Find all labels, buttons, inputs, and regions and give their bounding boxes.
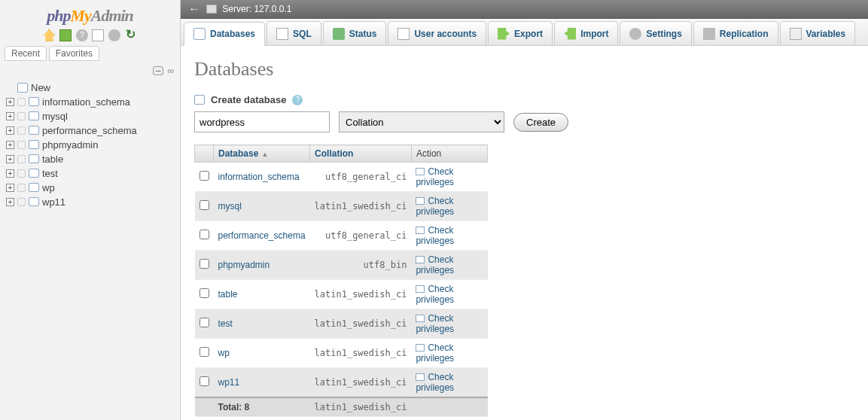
tab-favorites[interactable]: Favorites <box>49 46 99 61</box>
tree-node-db[interactable]: +phpmyadmin <box>5 138 175 152</box>
row-collation: latin1_swedish_ci <box>310 339 412 368</box>
database-link[interactable]: test <box>218 318 233 329</box>
database-link[interactable]: table <box>218 289 238 300</box>
expand-icon[interactable]: + <box>6 126 14 135</box>
table-row: testlatin1_swedish_ciCheck privileges <box>195 309 488 339</box>
tree-node-db[interactable]: +information_schema <box>5 95 175 109</box>
tree-node-db[interactable]: +performance_schema <box>5 123 175 138</box>
database-link[interactable]: mysql <box>218 201 242 212</box>
database-link[interactable]: wp11 <box>218 377 240 388</box>
tree-dot-icon <box>17 112 26 120</box>
tree-node-db[interactable]: +test <box>5 166 175 181</box>
collation-select[interactable]: Collation <box>339 111 504 132</box>
tab-variables[interactable]: Variables <box>780 21 856 45</box>
database-icon <box>29 169 39 178</box>
privileges-icon <box>416 168 425 175</box>
row-collation: latin1_swedish_ci <box>310 280 412 309</box>
privileges-icon <box>416 197 425 205</box>
sql-icon <box>276 28 288 40</box>
nav-tree: New +information_schema+mysql+performanc… <box>5 81 175 209</box>
table-row: performance_schemautf8_general_ciCheck p… <box>195 221 488 251</box>
expand-icon[interactable]: + <box>6 98 14 106</box>
sort-asc-icon: ▲ <box>261 151 268 158</box>
row-collation: latin1_swedish_ci <box>310 192 412 221</box>
settings-tab-icon <box>629 28 641 40</box>
database-link[interactable]: performance_schema <box>218 230 306 241</box>
tree-node-db[interactable]: +wp <box>5 181 175 195</box>
expand-icon[interactable]: + <box>6 112 14 120</box>
tree-node-db[interactable]: +wp11 <box>5 195 175 209</box>
tab-recent[interactable]: Recent <box>5 46 47 61</box>
tree-node-label: phpmyadmin <box>42 139 98 151</box>
create-button[interactable]: Create <box>513 113 568 132</box>
database-link[interactable]: phpmyadmin <box>218 260 270 270</box>
tab-databases[interactable]: Databases <box>184 22 265 46</box>
tree-dot-icon <box>17 169 26 178</box>
server-host[interactable]: 127.0.0.1 <box>254 4 291 14</box>
reload-icon[interactable]: ↻ <box>125 29 137 41</box>
server-label: Server: <box>222 4 251 14</box>
expand-icon[interactable]: + <box>6 169 14 178</box>
table-row: phpmyadminutf8_binCheck privileges <box>195 251 488 280</box>
col-database-header[interactable]: Database▲ <box>214 145 310 163</box>
tab-databases-label: Databases <box>210 29 255 39</box>
help-icon[interactable]: ? <box>76 29 88 41</box>
privileges-icon <box>416 315 425 322</box>
tree-node-label: wp <box>42 182 55 193</box>
tab-user-accounts[interactable]: User accounts <box>388 21 486 45</box>
logout-icon[interactable] <box>59 29 72 41</box>
tree-node-new[interactable]: New <box>5 81 175 95</box>
tab-replication[interactable]: Replication <box>693 21 778 45</box>
tree-node-db[interactable]: +table <box>5 152 175 166</box>
row-collation: utf8_bin <box>310 251 412 280</box>
table-row: wp11latin1_swedish_ciCheck privileges <box>195 368 488 398</box>
tab-sql-label: SQL <box>293 29 312 39</box>
row-checkbox[interactable] <box>199 171 209 181</box>
expand-icon[interactable]: + <box>6 198 14 206</box>
logo[interactable]: phpMyAdmin <box>5 3 175 27</box>
row-checkbox[interactable] <box>199 259 209 269</box>
row-checkbox[interactable] <box>199 347 209 357</box>
database-link[interactable]: wp <box>218 348 230 358</box>
database-new-icon <box>17 83 28 93</box>
back-button[interactable]: ← <box>188 2 200 16</box>
tab-status[interactable]: Status <box>323 21 387 45</box>
row-collation: utf8_general_ci <box>310 221 412 251</box>
server-breadcrumb[interactable]: Server: 127.0.0.1 <box>206 4 291 14</box>
tree-node-label: information_schema <box>42 96 130 108</box>
import-icon <box>564 28 576 40</box>
database-link[interactable]: information_schema <box>218 172 300 182</box>
database-icon <box>29 197 39 206</box>
top-tabs: Databases SQL Status User accounts Expor… <box>181 19 868 46</box>
row-checkbox[interactable] <box>199 376 209 386</box>
tab-import[interactable]: Import <box>554 21 618 45</box>
row-checkbox[interactable] <box>199 318 209 327</box>
help-create-icon[interactable]: ? <box>292 95 303 105</box>
logo-part-my: My <box>70 6 90 25</box>
databases-icon <box>193 28 206 40</box>
tab-import-label: Import <box>580 29 608 39</box>
sql-docs-icon[interactable] <box>92 29 104 41</box>
link-icon[interactable]: ∞ <box>167 65 174 76</box>
row-checkbox[interactable] <box>199 230 209 239</box>
row-collation: latin1_swedish_ci <box>310 309 412 339</box>
tab-replication-label: Replication <box>720 29 769 39</box>
tree-node-label: wp11 <box>42 196 65 208</box>
row-checkbox[interactable] <box>199 200 209 210</box>
home-icon[interactable] <box>43 29 55 41</box>
tab-settings[interactable]: Settings <box>620 21 691 45</box>
tree-node-db[interactable]: +mysql <box>5 109 175 123</box>
tab-settings-label: Settings <box>646 29 681 39</box>
col-collation-header[interactable]: Collation <box>310 145 412 163</box>
expand-icon[interactable]: + <box>6 184 14 192</box>
settings-icon[interactable] <box>108 29 120 41</box>
expand-icon[interactable]: + <box>6 155 14 163</box>
database-icon <box>29 154 39 163</box>
expand-icon[interactable]: + <box>6 141 14 149</box>
tab-variables-label: Variables <box>806 29 846 39</box>
tab-export[interactable]: Export <box>488 21 553 45</box>
database-name-input[interactable] <box>194 111 330 132</box>
row-checkbox[interactable] <box>199 288 209 298</box>
collapse-panel-button[interactable]: – <box>153 66 163 75</box>
tab-sql[interactable]: SQL <box>266 21 321 45</box>
